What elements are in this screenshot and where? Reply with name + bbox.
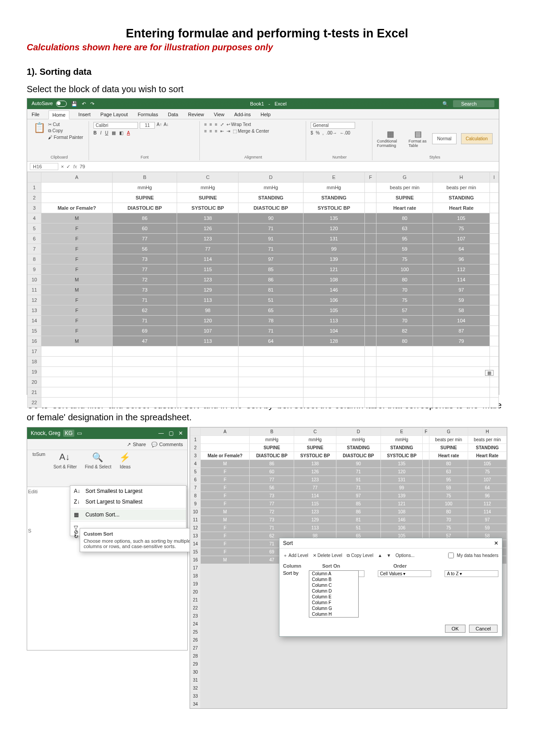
cell[interactable]: 59	[376, 244, 433, 254]
cell[interactable]	[423, 524, 429, 532]
cell[interactable]	[364, 326, 376, 336]
row-header[interactable]: 23	[190, 612, 201, 620]
cell[interactable]: 73	[250, 516, 294, 524]
move-down-icon[interactable]: ▼	[387, 553, 391, 558]
cell[interactable]	[490, 398, 498, 408]
col-header[interactable]: C	[177, 172, 239, 183]
tab-insert[interactable]: Insert	[77, 110, 92, 119]
cell[interactable]	[423, 460, 429, 468]
cell[interactable]	[201, 612, 250, 620]
cell[interactable]	[380, 652, 423, 660]
cell[interactable]	[177, 357, 239, 367]
number-format-select[interactable]: General	[311, 122, 355, 129]
row-header[interactable]: 28	[190, 652, 201, 660]
cell[interactable]: 60	[250, 468, 294, 476]
cell[interactable]	[423, 684, 429, 692]
add-level-button[interactable]: ＋ Add Level	[283, 553, 308, 559]
cell[interactable]	[423, 652, 429, 660]
cell[interactable]	[336, 700, 380, 708]
cell[interactable]	[364, 295, 376, 305]
col-header[interactable]: A	[41, 172, 113, 183]
cell[interactable]	[201, 644, 250, 652]
sort-by-option[interactable]: Column E	[309, 594, 358, 600]
cell[interactable]: 73	[113, 285, 177, 295]
cell[interactable]: 139	[380, 492, 423, 500]
cell[interactable]	[294, 692, 336, 700]
cell[interactable]	[177, 377, 239, 387]
cell[interactable]	[468, 684, 507, 692]
row-header[interactable]: 8	[190, 492, 201, 500]
cell[interactable]: 73	[113, 254, 177, 264]
cell[interactable]	[113, 346, 177, 357]
cell[interactable]: 75	[433, 224, 490, 234]
cell[interactable]: 139	[303, 254, 364, 264]
row-header[interactable]: 26	[190, 636, 201, 644]
cell[interactable]: 80	[429, 460, 468, 468]
cell[interactable]	[380, 668, 423, 676]
row-header[interactable]: 16	[190, 556, 201, 564]
format-as-table-icon[interactable]: ▤	[414, 129, 422, 139]
cell[interactable]	[380, 636, 423, 644]
cell[interactable]	[429, 692, 468, 700]
tab-home[interactable]: Home	[49, 110, 69, 119]
cell[interactable]	[294, 644, 336, 652]
my-data-has-headers-checkbox[interactable]	[448, 553, 454, 558]
cell[interactable]: 146	[380, 516, 423, 524]
cell[interactable]	[364, 305, 376, 316]
cell[interactable]: 126	[294, 468, 336, 476]
row-header[interactable]: 34	[190, 700, 201, 708]
row-header[interactable]: 1	[190, 436, 201, 444]
cell[interactable]: 114	[468, 508, 507, 516]
cell[interactable]: 91	[336, 476, 380, 484]
cell-style-normal[interactable]: Normal	[432, 133, 456, 144]
orientation-icon[interactable]: ⤢	[220, 122, 224, 127]
cell[interactable]: M	[41, 275, 113, 285]
cell[interactable]: SYSTOLIC BP	[294, 452, 336, 460]
shrink-font-icon[interactable]: A↓	[164, 122, 169, 129]
sort-by-option[interactable]: Column H	[309, 611, 358, 617]
cell[interactable]: 77	[113, 264, 177, 275]
cell[interactable]: 90	[336, 460, 380, 468]
cell[interactable]: 105	[433, 213, 490, 224]
autosum-label[interactable]: toSum	[32, 452, 45, 457]
row-header[interactable]: 7	[28, 244, 41, 254]
cell[interactable]: mmHg	[239, 183, 303, 193]
cell[interactable]	[201, 604, 250, 612]
cell[interactable]: 59	[429, 484, 468, 492]
cell[interactable]	[177, 387, 239, 398]
row-header[interactable]: 3	[28, 203, 41, 213]
cell[interactable]: 56	[113, 244, 177, 254]
cell[interactable]	[113, 357, 177, 367]
cell[interactable]: 107	[177, 326, 239, 336]
cell[interactable]	[380, 644, 423, 652]
cell[interactable]: 113	[303, 316, 364, 326]
cell[interactable]: 113	[294, 524, 336, 532]
cell[interactable]: SUPINE	[429, 444, 468, 452]
cell[interactable]	[201, 588, 250, 596]
cell[interactable]: 121	[380, 500, 423, 508]
cell[interactable]: F	[201, 468, 250, 476]
sort-on-select[interactable]: Cell Values ▾	[378, 570, 432, 577]
cell[interactable]: SYSTOLIC BP	[177, 203, 239, 213]
cell[interactable]: STANDING	[433, 193, 490, 203]
cell[interactable]	[41, 367, 113, 377]
cell[interactable]: 108	[380, 508, 423, 516]
user-initials-badge[interactable]: KG	[63, 430, 74, 437]
cell[interactable]	[294, 668, 336, 676]
cell[interactable]	[490, 346, 498, 357]
cell[interactable]	[490, 285, 498, 295]
cell[interactable]	[433, 346, 490, 357]
cell[interactable]	[490, 305, 498, 316]
row-header[interactable]: 10	[28, 275, 41, 285]
cell[interactable]: F	[41, 305, 113, 316]
cell[interactable]	[423, 692, 429, 700]
cell[interactable]: 85	[336, 500, 380, 508]
cell[interactable]	[423, 444, 429, 452]
row-header[interactable]: 16	[28, 336, 41, 346]
row-header[interactable]: 32	[190, 684, 201, 692]
cell[interactable]: 97	[433, 285, 490, 295]
cell[interactable]: M	[201, 516, 250, 524]
cell[interactable]: 80	[376, 213, 433, 224]
cell[interactable]	[423, 468, 429, 476]
row-header[interactable]: 22	[190, 604, 201, 612]
